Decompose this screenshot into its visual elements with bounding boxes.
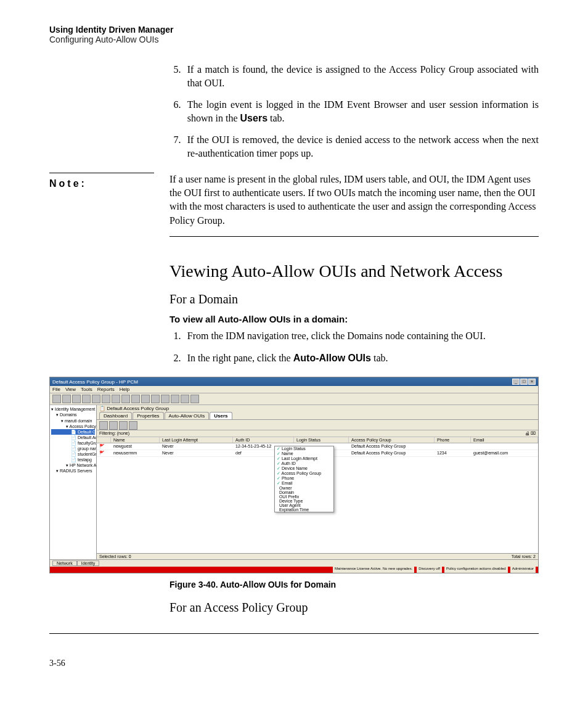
column-chooser-item[interactable]: Expiration Time <box>275 507 333 512</box>
column-chooser-item[interactable]: Name <box>275 451 333 456</box>
column-header[interactable] <box>97 437 111 443</box>
toolbar-icon[interactable] <box>121 395 130 403</box>
column-header[interactable]: Login Status <box>294 437 349 443</box>
column-header[interactable]: Access Policy Group <box>349 437 435 443</box>
column-chooser-item[interactable]: Device Type <box>275 499 333 503</box>
table-cell <box>435 443 471 449</box>
column-chooser-item[interactable]: Access Policy Group <box>275 471 333 476</box>
menu-item[interactable]: Reports <box>97 387 115 392</box>
grid-footer: Selected rows: 0 Total rows: 2 <box>97 553 538 559</box>
filter-bar: Filtering: (none) 🖨 ⌧ <box>97 430 538 437</box>
table-cell: guest@email.com <box>471 450 538 456</box>
toolbar-icon[interactable] <box>92 395 100 403</box>
column-header[interactable]: Last Login Attempt <box>160 437 233 443</box>
tree-root[interactable]: ▾ Identity Management Home <box>51 406 95 412</box>
note-body: If a user name is present in the global … <box>169 173 539 237</box>
table-cell: Never <box>160 450 233 456</box>
toolbar-icon[interactable] <box>141 395 150 403</box>
toolbar-icon[interactable] <box>151 395 160 403</box>
tree-node[interactable]: 📄 facultyGroup <box>51 440 95 446</box>
column-header[interactable]: Auth ID <box>233 437 294 443</box>
tab[interactable]: Users <box>210 412 232 419</box>
tree-node[interactable]: 📄 testapg <box>51 457 95 462</box>
filter-buttons[interactable]: 🖨 ⌧ <box>525 431 536 436</box>
column-chooser-item[interactable]: Device Name <box>275 466 333 471</box>
toolbar-icon[interactable] <box>112 395 120 403</box>
column-chooser-item[interactable]: Owner <box>275 486 333 490</box>
header-subtitle: Configuring Auto-Allow OUIs <box>49 35 539 44</box>
header-title: Using Identity Driven Manager <box>49 25 539 35</box>
tree-node[interactable]: ▾ HP Network Access Control <box>51 462 95 468</box>
nav-tree[interactable]: ▾ Identity Management Home▾ Domains▾ mar… <box>50 405 97 559</box>
column-chooser-item[interactable]: Login Status <box>275 446 333 451</box>
tab[interactable]: Properties <box>133 412 163 419</box>
column-chooser-item[interactable]: Email <box>275 481 333 486</box>
list-item: From the IDM navigation tree, click the … <box>183 329 539 343</box>
section-heading: Viewing Auto-Allow OUIs and Network Acce… <box>169 261 539 281</box>
column-header[interactable]: Phone <box>435 437 471 443</box>
tree-node[interactable]: 📄 studentGroup <box>51 451 95 457</box>
column-chooser-item[interactable]: Auth ID <box>275 461 333 466</box>
bottom-tabs: NetworkIdentity <box>50 559 538 567</box>
tree-node[interactable]: ▾ RADIUS Servers <box>51 468 95 474</box>
column-header[interactable]: Name <box>111 437 160 443</box>
table-cell: Never <box>160 443 233 449</box>
toolbar-icon[interactable] <box>82 395 91 403</box>
column-chooser-item[interactable]: Domain <box>275 490 333 495</box>
note-label: Note: <box>49 173 154 189</box>
toolbar-icon[interactable] <box>181 395 189 403</box>
table-cell: Default Access Policy Group <box>349 450 435 456</box>
list-item: If a match is found, the device is assig… <box>183 63 539 89</box>
tab[interactable]: Dashboard <box>99 412 132 419</box>
running-header: Using Identity Driven Manager Configurin… <box>49 25 539 44</box>
column-chooser-item[interactable]: OUI Prefix <box>275 495 333 499</box>
status-segment: Policy configuration actions disabled <box>444 567 508 573</box>
column-chooser-item[interactable]: Last Login Attempt <box>275 456 333 461</box>
tree-node[interactable]: 📄 Default Access Policy Group <box>51 435 95 440</box>
list-item: In the right pane, click the Auto-Allow … <box>183 351 539 365</box>
subsection-for-domain: For a Domain <box>169 292 539 306</box>
table-cell <box>471 443 538 449</box>
tree-node[interactable]: ▾ Access Policy Groups <box>51 424 95 429</box>
note-block: Note: If a user name is present in the g… <box>49 173 539 237</box>
footer-rule <box>49 633 539 634</box>
toolbar <box>50 393 538 405</box>
numbered-list-1: If a match is found, the device is assig… <box>169 63 539 160</box>
toolbar-icon[interactable] <box>62 395 71 403</box>
panel-tool-icon[interactable] <box>129 421 137 430</box>
menu-item[interactable]: Help <box>120 387 129 392</box>
list-item: The login event is logged in the IDM Eve… <box>183 98 539 125</box>
menu-item[interactable]: View <box>65 387 76 392</box>
toolbar-icon[interactable] <box>171 395 179 403</box>
panel-tool-icon[interactable] <box>99 421 108 430</box>
toolbar-icon[interactable] <box>102 395 110 403</box>
panel-tool-icon[interactable] <box>119 421 128 430</box>
bottom-tab[interactable]: Identity <box>77 560 100 566</box>
column-chooser-item[interactable]: User Agent <box>275 503 333 507</box>
grid-header: NameLast Login AttemptAuth IDLogin Statu… <box>97 437 538 443</box>
window-controls: _□× <box>512 379 536 385</box>
list-item: If the OUI is removed, the device is den… <box>183 133 539 160</box>
bottom-tab[interactable]: Network <box>52 560 77 566</box>
panel-title: 📋 Default Access Policy Group <box>97 405 538 412</box>
column-header[interactable]: Email <box>471 437 538 443</box>
tree-node[interactable]: 📄 Default Guest Access Po <box>51 429 95 435</box>
toolbar-icon[interactable] <box>190 395 199 403</box>
total-rows-label: Total rows: 2 <box>512 554 536 559</box>
tree-node[interactable]: ▾ maruti domain <box>51 418 95 424</box>
column-chooser-item[interactable]: Phone <box>275 476 333 481</box>
toolbar-icon[interactable] <box>161 395 169 403</box>
data-grid[interactable]: NameLast Login AttemptAuth IDLogin Statu… <box>97 437 538 553</box>
table-cell: newguest <box>111 443 160 449</box>
toolbar-icon[interactable] <box>72 395 81 403</box>
menu-item[interactable]: File <box>52 387 60 392</box>
column-chooser-popup[interactable]: Login StatusNameLast Login AttemptAuth I… <box>274 446 334 512</box>
tree-node[interactable]: ▾ Domains <box>51 412 95 417</box>
toolbar-icon[interactable] <box>131 395 140 403</box>
panel-tool-icon[interactable] <box>109 421 118 430</box>
tab[interactable]: Auto-Allow OUIs <box>165 412 210 419</box>
instruction-lead: To view all Auto-Allow OUIs in a domain: <box>169 314 539 324</box>
menu-item[interactable]: Tools <box>81 387 92 392</box>
toolbar-icon[interactable] <box>52 395 61 403</box>
tree-node[interactable]: 📄 group name <box>51 446 95 451</box>
